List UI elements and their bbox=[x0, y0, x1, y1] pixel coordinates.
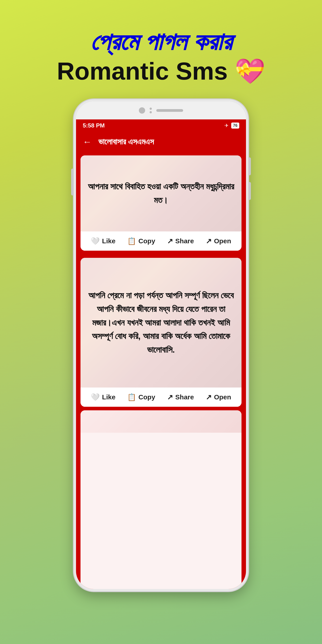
card-2-text: আপনি প্রেমে না পড়া পর্যন্ত আপনি সম্পূর্… bbox=[87, 289, 235, 357]
copy-label: Copy bbox=[138, 237, 155, 245]
sensor-dot-2 bbox=[150, 111, 152, 113]
camera-icon bbox=[139, 107, 145, 114]
card-1-like-button[interactable]: 🤍 Like bbox=[91, 237, 116, 245]
sms-card-2: আপনি প্রেমে না পড়া পর্যন্ত আপনি সম্পূর্… bbox=[80, 258, 242, 407]
copy-icon-2: 📋 bbox=[127, 393, 136, 402]
card-2-like-button[interactable]: 🤍 Like bbox=[91, 393, 116, 402]
share-label: Share bbox=[175, 237, 194, 245]
card-1-background: আপনার সাথে বিবাহিত হওয়া একটি অন্তহীন মধ… bbox=[80, 156, 242, 232]
volume-down-button[interactable] bbox=[249, 182, 251, 200]
english-title: Romantic Sms 💝 bbox=[57, 56, 265, 86]
like-icon-2: 🤍 bbox=[91, 393, 100, 402]
card-2-open-button[interactable]: ↗ Open bbox=[206, 393, 231, 402]
card-2-background: আপনি প্রেমে না পড়া পর্যন্ত আপনি সম্পূর্… bbox=[80, 258, 242, 388]
phone-notch bbox=[76, 102, 246, 120]
power-button[interactable] bbox=[71, 168, 73, 196]
content-area: আপনার সাথে বিবাহিত হওয়া একটি অন্তহীন মধ… bbox=[76, 152, 246, 589]
sensor-dot-1 bbox=[150, 108, 152, 110]
open-label-2: Open bbox=[214, 393, 231, 401]
share-icon: ↗ bbox=[167, 237, 173, 245]
speaker-grille bbox=[156, 109, 183, 112]
status-icons: ✈ 76 bbox=[224, 122, 239, 128]
toolbar-title: ভালোবাসার এসএমএস bbox=[98, 137, 154, 146]
card-1-text: আপনার সাথে বিবাহিত হওয়া একটি অন্তহীন মধ… bbox=[87, 180, 235, 207]
status-bar: 5:58 PM ✈ 76 bbox=[76, 120, 246, 132]
sensors bbox=[150, 108, 152, 113]
card-1-copy-button[interactable]: 📋 Copy bbox=[127, 237, 155, 245]
like-label-2: Like bbox=[102, 393, 116, 401]
status-time: 5:58 PM bbox=[83, 122, 105, 129]
airplane-mode-icon: ✈ bbox=[224, 123, 228, 128]
card-1-actions: 🤍 Like 📋 Copy ↗ Share ↗ bbox=[80, 232, 242, 251]
phone-outer-shell: 5:58 PM ✈ 76 ← ভালোবাসার এসএমএস আপনার সা… bbox=[74, 99, 248, 591]
sms-card-1: আপনার সাথে বিবাহিত হওয়া একটি অন্তহীন মধ… bbox=[80, 156, 242, 251]
card-1-open-button[interactable]: ↗ Open bbox=[206, 237, 231, 245]
open-icon: ↗ bbox=[206, 237, 212, 245]
bengali-title: প্রেমে পাগল করার bbox=[57, 27, 265, 56]
page-header: প্রেমে পাগল করার Romantic Sms 💝 bbox=[57, 27, 265, 86]
app-toolbar: ← ভালোবাসার এসএমএস bbox=[76, 132, 246, 152]
share-label-2: Share bbox=[175, 393, 194, 401]
phone-screen: 5:58 PM ✈ 76 ← ভালোবাসার এসএমএস আপনার সা… bbox=[76, 102, 246, 589]
copy-label-2: Copy bbox=[138, 393, 155, 401]
like-icon: 🤍 bbox=[91, 237, 100, 245]
card-1-share-button[interactable]: ↗ Share bbox=[167, 237, 194, 245]
back-button[interactable]: ← bbox=[83, 137, 92, 147]
phone-mockup: 5:58 PM ✈ 76 ← ভালোবাসার এসএমএস আপনার সা… bbox=[69, 99, 253, 644]
copy-icon: 📋 bbox=[127, 237, 136, 245]
card-3-background bbox=[80, 410, 242, 433]
card-2-copy-button[interactable]: 📋 Copy bbox=[127, 393, 155, 402]
card-2-actions: 🤍 Like 📋 Copy ↗ Share ↗ bbox=[80, 388, 242, 407]
open-label: Open bbox=[214, 237, 231, 245]
card-2-share-button[interactable]: ↗ Share bbox=[167, 393, 194, 402]
sms-card-3-partial bbox=[80, 410, 242, 589]
volume-up-button[interactable] bbox=[249, 158, 251, 175]
battery-indicator: 76 bbox=[231, 122, 239, 128]
share-icon-2: ↗ bbox=[167, 393, 173, 402]
open-icon-2: ↗ bbox=[206, 393, 212, 402]
like-label: Like bbox=[102, 237, 116, 245]
